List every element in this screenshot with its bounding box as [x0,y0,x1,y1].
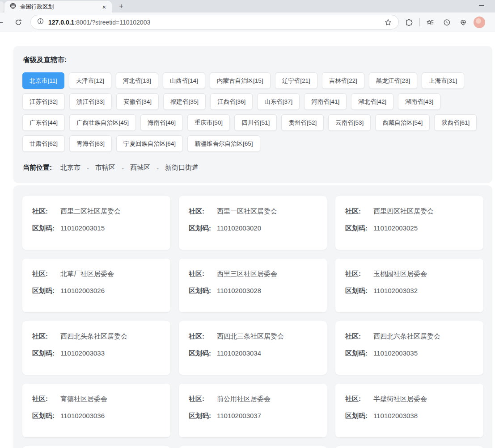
community-name-row: 社区: 玉桃园社区居委会 [345,269,474,278]
community-card-partial[interactable] [335,446,483,448]
community-card[interactable]: 社区: 北草厂社区居委会 区划码: 110102003026 [22,259,170,312]
community-name-label: 社区: [32,269,60,278]
community-card[interactable]: 社区: 半壁街社区居委会 区划码: 110102003038 [335,384,483,437]
breadcrumb-separator: - [157,164,159,172]
province-button[interactable]: 云南省[53] [328,114,371,131]
browser-toolbar: 127.0.0.1:8001/?streetid=110102003 [0,13,495,32]
breadcrumb-item[interactable]: 新街口街道 [165,163,199,172]
province-button[interactable]: 江西省[36] [210,93,253,110]
community-card[interactable]: 社区: 西里一区社区居委会 区划码: 110102003020 [179,196,327,250]
community-name-row: 社区: 西四北三条社区居委会 [189,332,317,341]
community-code-row: 区划码: 110102003034 [189,349,317,358]
back-icon[interactable] [0,22,3,23]
community-code-row: 区划码: 110102003032 [345,286,474,295]
toolbar-actions [403,16,478,29]
province-button[interactable]: 海南省[46] [140,114,183,131]
community-code-value: 110102003015 [60,224,105,233]
toolbar-divider [419,18,420,26]
bookmark-star-icon[interactable] [382,16,394,29]
reload-button[interactable] [12,16,25,29]
community-code-value: 110102003035 [373,349,418,358]
browser-tab[interactable]: 全国行政区划 × [4,1,112,13]
province-button[interactable]: 吉林省[22] [322,72,364,89]
history-clock-icon[interactable] [440,16,453,29]
province-button[interactable]: 广西壮族自治区[45] [69,114,136,131]
province-button[interactable]: 黑龙江省[23] [369,72,418,89]
community-card[interactable]: 社区: 西四北头条社区居委会 区划码: 110102003033 [22,321,170,375]
community-card[interactable]: 社区: 西里四区社区居委会 区划码: 110102003025 [335,196,483,250]
province-button[interactable]: 贵州省[52] [281,114,324,131]
community-code-row: 区划码: 110102003036 [32,411,161,420]
community-code-label: 区划码: [345,286,373,295]
province-button[interactable]: 山东省[37] [257,93,300,110]
province-button[interactable]: 湖北省[42] [351,93,393,110]
province-button[interactable]: 陕西省[61] [434,114,477,131]
province-button[interactable]: 北京市[11] [22,72,64,89]
info-icon[interactable] [37,17,44,27]
province-button[interactable]: 上海市[31] [422,72,464,89]
community-name-label: 社区: [189,394,217,403]
province-button[interactable]: 浙江省[33] [69,93,112,110]
community-code-label: 区划码: [32,411,60,420]
province-button[interactable]: 安徽省[34] [116,93,159,110]
url-text[interactable]: 127.0.0.1:8001/?streetid=110102003 [48,19,378,26]
community-card[interactable]: 社区: 前公用社区居委会 区划码: 110102003037 [179,384,327,437]
province-button[interactable]: 河南省[41] [304,93,347,110]
community-name-label: 社区: [32,332,60,341]
breadcrumb-item[interactable]: 市辖区 [95,163,115,172]
province-button[interactable]: 河北省[13] [116,72,158,89]
province-button-list: 北京市[11] 天津市[12] 河北省[13] 山西省[14] 内蒙古自治区[1… [22,72,483,152]
profile-avatar[interactable] [474,17,485,28]
community-name-value: 半壁街社区居委会 [373,394,427,403]
breadcrumb-item[interactable]: 北京市 [60,163,80,172]
province-button[interactable]: 西藏自治区[54] [375,114,430,131]
community-card[interactable]: 社区: 西里二区社区居委会 区划码: 110102003015 [22,196,170,250]
province-button[interactable]: 重庆市[50] [187,114,230,131]
community-name-value: 前公用社区居委会 [217,394,271,403]
province-button[interactable]: 福建省[35] [163,93,206,110]
province-button[interactable]: 湖南省[43] [398,93,440,110]
province-button[interactable]: 江苏省[32] [22,93,65,110]
new-tab-button[interactable]: + [115,0,127,12]
community-name-label: 社区: [189,332,217,341]
community-code-row: 区划码: 110102003020 [189,224,317,233]
community-name-row: 社区: 西四北头条社区居委会 [32,332,161,341]
community-card[interactable]: 社区: 西四北六条社区居委会 区划码: 110102003035 [335,321,483,375]
globe-icon [9,2,17,11]
community-name-row: 社区: 育德社区居委会 [32,394,161,403]
province-button[interactable]: 内蒙古自治区[15] [210,72,271,89]
community-code-row: 区划码: 110102003025 [345,224,474,233]
community-card[interactable]: 社区: 玉桃园社区居委会 区划码: 110102003032 [335,259,483,312]
province-button[interactable]: 广东省[44] [22,114,65,131]
community-name-row: 社区: 半壁街社区居委会 [345,394,474,403]
province-button[interactable]: 四川省[51] [234,114,277,131]
community-card[interactable]: 社区: 西里三区社区居委会 区划码: 110102003028 [179,259,327,312]
community-code-label: 区划码: [189,286,217,295]
breadcrumb-separator: - [122,164,124,172]
essentials-heart-icon[interactable] [457,16,470,29]
address-bar[interactable]: 127.0.0.1:8001/?streetid=110102003 [30,15,399,29]
community-card-partial[interactable] [22,446,170,448]
community-card[interactable]: 社区: 育德社区居委会 区划码: 110102003036 [22,384,170,437]
community-code-row: 区划码: 110102003035 [345,349,474,358]
extensions-puzzle-icon[interactable] [403,16,415,29]
favorites-star-icon[interactable] [424,16,436,29]
province-button[interactable]: 山西省[14] [163,72,205,89]
community-code-label: 区划码: [345,224,373,233]
community-name-value: 西四北六条社区居委会 [373,332,440,341]
province-button[interactable]: 宁夏回族自治区[64] [116,135,183,152]
community-card[interactable]: 社区: 西四北三条社区居委会 区划码: 110102003034 [179,321,327,375]
province-button[interactable]: 甘肃省[62] [22,135,65,152]
close-icon[interactable]: × [100,3,108,11]
province-button[interactable]: 辽宁省[21] [275,72,317,89]
community-code-label: 区划码: [345,411,373,420]
community-card-partial[interactable] [179,446,327,448]
province-button[interactable]: 新疆维吾尔自治区[65] [187,135,260,152]
community-name-row: 社区: 西里三区社区居委会 [189,269,317,278]
breadcrumb-item[interactable]: 西城区 [130,163,150,172]
community-code-label: 区划码: [32,286,60,295]
province-button[interactable]: 天津市[12] [69,72,111,89]
community-name-value: 北草厂社区居委会 [60,269,114,278]
minimize-icon[interactable] [479,5,484,6]
province-button[interactable]: 青海省[63] [69,135,112,152]
